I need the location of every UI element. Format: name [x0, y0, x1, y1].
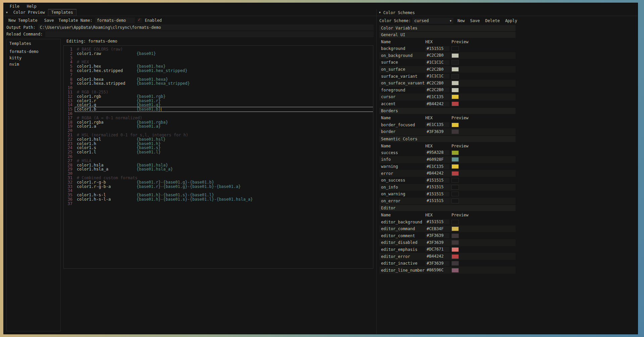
color-swatch[interactable]	[451, 247, 459, 252]
hex-value-field[interactable]: #60928F	[425, 157, 449, 162]
color-row[interactable]: on_surface#C2C2B0	[379, 66, 516, 73]
color-swatch[interactable]	[451, 240, 459, 245]
color-swatch[interactable]	[451, 185, 459, 190]
hex-value-field[interactable]: #E1C135	[425, 122, 449, 127]
scheme-new-button[interactable]: New	[455, 18, 467, 23]
menu-item-help[interactable]: Help	[27, 4, 37, 9]
color-swatch[interactable]	[451, 74, 459, 79]
collapse-icon[interactable]: ▼	[379, 11, 381, 14]
hex-value-field[interactable]: #C2C2B0	[425, 67, 449, 72]
color-row[interactable]: warning#E1C135	[379, 163, 516, 170]
template-item[interactable]: formats-demo	[9, 49, 58, 54]
editor-line[interactable]: 18color1.rgba{base01.rgba}	[64, 120, 373, 125]
editor-line[interactable]: 14color1.g{base01.g}	[64, 103, 373, 107]
editor-line[interactable]: 35color1.h-s-l{base01.h}-{base01.s}-{bas…	[64, 193, 373, 197]
editor-line[interactable]: 32color1.r-g-b{base01.r}-{base01.g}-{bas…	[64, 180, 373, 185]
collapse-icon[interactable]: ▼	[6, 11, 8, 14]
editor-line[interactable]: 34	[64, 189, 373, 193]
color-swatch[interactable]	[451, 53, 459, 58]
hex-value-field[interactable]: #C2C2B0	[425, 81, 449, 86]
color-row[interactable]: editor_comment#3F3639	[379, 232, 516, 239]
editor-line[interactable]: 16	[64, 112, 373, 116]
color-row[interactable]: editor_disabled#3F3639	[379, 239, 516, 246]
template-editor[interactable]: 1# BASE COLORS (raw)2color1.raw{base01}3…	[63, 45, 373, 269]
editor-line[interactable]: 23color1.h{base01.h}	[64, 142, 373, 146]
color-row[interactable]: foreground#C2C2B0	[379, 87, 516, 94]
editor-line[interactable]: 6color1.hex.stripped{base01.hex_stripped…	[64, 69, 373, 73]
editor-line[interactable]: 36color1.h-s-l-a{base01.h}-{base01.s}-{b…	[64, 197, 373, 202]
color-row[interactable]: info#60928F	[379, 156, 516, 163]
color-swatch[interactable]	[451, 254, 459, 259]
hex-value-field[interactable]: #1C1C1C	[425, 60, 449, 65]
hex-value-field[interactable]: #DC7671	[425, 247, 449, 252]
color-swatch[interactable]	[451, 178, 459, 183]
editor-line[interactable]: 13color1.r{base01.r}	[64, 99, 373, 103]
color-row[interactable]: error#B44242	[379, 170, 516, 177]
editor-line[interactable]: 17# RGBA (A = 0-1 normalized)	[64, 116, 373, 120]
section-header-editor[interactable]: Editor	[379, 205, 516, 211]
editor-line[interactable]: 9color1.hexa.stripped{base01.hexa_stripp…	[64, 81, 373, 86]
hex-value-field[interactable]: #95A328	[425, 150, 449, 155]
editor-line[interactable]: 3	[64, 56, 373, 60]
editor-line[interactable]: 29color1.hsla_a{base01.hsla_a}	[64, 167, 373, 172]
color-row[interactable]: surface#1C1C1C	[379, 59, 516, 66]
hex-value-field[interactable]: #B44242	[425, 102, 449, 107]
color-swatch[interactable]	[451, 46, 459, 51]
color-row[interactable]: editor_error#B44242	[379, 253, 516, 260]
color-swatch[interactable]	[451, 164, 459, 169]
editor-line[interactable]: 19color1.a{base01.a}	[64, 124, 373, 129]
color-row[interactable]: on_background#C2C2B0	[379, 52, 516, 59]
hex-value-field[interactable]: #3F3639	[425, 129, 449, 134]
color-row[interactable]: editor_command#CEB34F	[379, 225, 516, 232]
color-row[interactable]: border#3F3639	[379, 128, 516, 135]
editor-line[interactable]: 27# HSLA	[64, 159, 373, 163]
hex-value-field[interactable]: #CEB34F	[425, 226, 449, 231]
color-row[interactable]: on_info#151515	[379, 184, 516, 191]
color-swatch[interactable]	[451, 157, 459, 162]
editor-line[interactable]: 26	[64, 154, 373, 159]
color-row[interactable]: on_surface_varuant#C2C2B0	[379, 80, 516, 87]
editor-line[interactable]: 31# Combined custom formats	[64, 176, 373, 180]
color-swatch[interactable]	[451, 233, 459, 238]
editor-line[interactable]: 12color1.rgb{base01.rgb}	[64, 94, 373, 99]
color-swatch[interactable]	[451, 192, 459, 196]
color-swatch[interactable]	[451, 220, 459, 224]
color-row[interactable]: on_error#151515	[379, 198, 516, 205]
color-swatch[interactable]	[451, 268, 459, 273]
editor-line[interactable]: 15color1.b{base01.b}	[64, 107, 373, 112]
color-row[interactable]: border_focused#E1C135	[379, 121, 516, 128]
editor-line[interactable]: 7	[64, 73, 373, 77]
color-swatch[interactable]	[451, 150, 459, 155]
output-path-input[interactable]: C:\Users\user\AppData\Roaming\clrsync\fo…	[38, 24, 374, 30]
tab-color-preview[interactable]: Color Preview	[10, 9, 48, 16]
hex-value-field[interactable]: #3F3639	[425, 233, 449, 238]
template-item[interactable]: nvim	[9, 62, 58, 67]
template-item[interactable]: kitty	[9, 56, 58, 60]
color-swatch[interactable]	[451, 60, 459, 65]
color-swatch[interactable]	[451, 261, 459, 266]
hex-value-field[interactable]: #3F3639	[425, 240, 449, 245]
editor-line[interactable]: 30	[64, 172, 373, 176]
editor-line[interactable]: 33color1.r-g-b-a{base01.r}-{base01.g}-{b…	[64, 185, 373, 189]
hex-value-field[interactable]: #151515	[425, 219, 449, 224]
editor-line[interactable]: 28color1.hsla{base01.hsla}	[64, 163, 373, 167]
reload-command-input[interactable]	[45, 31, 374, 37]
color-row[interactable]: success#95A328	[379, 149, 516, 156]
editor-line[interactable]: 4# HEX	[64, 60, 373, 64]
hex-value-field[interactable]: #E1C135	[425, 164, 449, 169]
section-header-borders[interactable]: Borders	[379, 108, 516, 114]
scheme-delete-button[interactable]: Delete	[483, 18, 502, 23]
hex-value-field[interactable]: #C2C2B0	[425, 53, 449, 58]
editor-line[interactable]: 2color1.raw{base01}	[64, 52, 373, 56]
section-header-semantic-colors[interactable]: Semantic Colors	[379, 136, 516, 142]
hex-value-field[interactable]: #86596C	[425, 268, 449, 273]
scheme-save-button[interactable]: Save	[468, 18, 482, 23]
hex-value-field[interactable]: #3F3639	[425, 261, 449, 266]
hex-value-field[interactable]: #151515	[425, 192, 449, 197]
hex-value-field[interactable]: #151515	[425, 198, 449, 203]
editor-line[interactable]: 22color1.hsl{base01.hsl}	[64, 137, 373, 142]
color-variables-header[interactable]: Color Variables	[379, 25, 516, 31]
editor-line[interactable]: 21# HSL (normalized 0-1 for s,l, integer…	[64, 133, 373, 137]
hex-value-field[interactable]: #B44242	[425, 254, 449, 259]
color-swatch[interactable]	[451, 102, 459, 106]
